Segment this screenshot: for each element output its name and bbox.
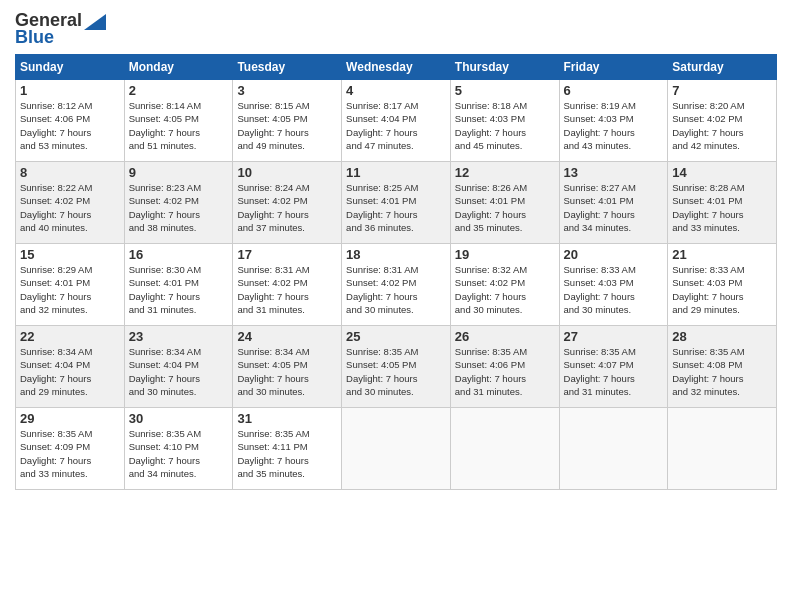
day-number: 23 — [129, 329, 229, 344]
day-number: 19 — [455, 247, 555, 262]
calendar-cell: 24Sunrise: 8:34 AMSunset: 4:05 PMDayligh… — [233, 326, 342, 408]
calendar-week-row: 1Sunrise: 8:12 AMSunset: 4:06 PMDaylight… — [16, 80, 777, 162]
calendar-cell: 29Sunrise: 8:35 AMSunset: 4:09 PMDayligh… — [16, 408, 125, 490]
day-number: 8 — [20, 165, 120, 180]
calendar-cell: 9Sunrise: 8:23 AMSunset: 4:02 PMDaylight… — [124, 162, 233, 244]
day-info: Sunrise: 8:34 AMSunset: 4:04 PMDaylight:… — [20, 345, 120, 398]
calendar-cell: 11Sunrise: 8:25 AMSunset: 4:01 PMDayligh… — [342, 162, 451, 244]
day-info: Sunrise: 8:28 AMSunset: 4:01 PMDaylight:… — [672, 181, 772, 234]
day-number: 9 — [129, 165, 229, 180]
day-info: Sunrise: 8:35 AMSunset: 4:07 PMDaylight:… — [564, 345, 664, 398]
calendar-cell — [559, 408, 668, 490]
day-number: 16 — [129, 247, 229, 262]
day-info: Sunrise: 8:35 AMSunset: 4:09 PMDaylight:… — [20, 427, 120, 480]
calendar-cell — [450, 408, 559, 490]
day-number: 6 — [564, 83, 664, 98]
weekday-header-tuesday: Tuesday — [233, 55, 342, 80]
day-info: Sunrise: 8:35 AMSunset: 4:06 PMDaylight:… — [455, 345, 555, 398]
day-number: 31 — [237, 411, 337, 426]
day-number: 30 — [129, 411, 229, 426]
day-number: 20 — [564, 247, 664, 262]
logo: General Blue — [15, 10, 106, 48]
calendar-cell: 16Sunrise: 8:30 AMSunset: 4:01 PMDayligh… — [124, 244, 233, 326]
day-info: Sunrise: 8:33 AMSunset: 4:03 PMDaylight:… — [564, 263, 664, 316]
header: General Blue — [15, 10, 777, 48]
calendar-cell: 15Sunrise: 8:29 AMSunset: 4:01 PMDayligh… — [16, 244, 125, 326]
day-number: 29 — [20, 411, 120, 426]
calendar-cell: 12Sunrise: 8:26 AMSunset: 4:01 PMDayligh… — [450, 162, 559, 244]
calendar-page: General Blue SundayMondayTuesdayWednesda… — [0, 0, 792, 612]
calendar-cell — [668, 408, 777, 490]
calendar-cell: 3Sunrise: 8:15 AMSunset: 4:05 PMDaylight… — [233, 80, 342, 162]
day-info: Sunrise: 8:34 AMSunset: 4:04 PMDaylight:… — [129, 345, 229, 398]
calendar-cell: 27Sunrise: 8:35 AMSunset: 4:07 PMDayligh… — [559, 326, 668, 408]
calendar-cell: 19Sunrise: 8:32 AMSunset: 4:02 PMDayligh… — [450, 244, 559, 326]
calendar-cell: 13Sunrise: 8:27 AMSunset: 4:01 PMDayligh… — [559, 162, 668, 244]
calendar-cell: 17Sunrise: 8:31 AMSunset: 4:02 PMDayligh… — [233, 244, 342, 326]
calendar-cell: 4Sunrise: 8:17 AMSunset: 4:04 PMDaylight… — [342, 80, 451, 162]
day-info: Sunrise: 8:33 AMSunset: 4:03 PMDaylight:… — [672, 263, 772, 316]
calendar-cell: 14Sunrise: 8:28 AMSunset: 4:01 PMDayligh… — [668, 162, 777, 244]
day-number: 28 — [672, 329, 772, 344]
day-number: 14 — [672, 165, 772, 180]
calendar-cell: 1Sunrise: 8:12 AMSunset: 4:06 PMDaylight… — [16, 80, 125, 162]
weekday-header-saturday: Saturday — [668, 55, 777, 80]
day-number: 12 — [455, 165, 555, 180]
day-number: 17 — [237, 247, 337, 262]
calendar-cell: 6Sunrise: 8:19 AMSunset: 4:03 PMDaylight… — [559, 80, 668, 162]
day-number: 26 — [455, 329, 555, 344]
day-info: Sunrise: 8:30 AMSunset: 4:01 PMDaylight:… — [129, 263, 229, 316]
day-number: 27 — [564, 329, 664, 344]
day-info: Sunrise: 8:29 AMSunset: 4:01 PMDaylight:… — [20, 263, 120, 316]
calendar-week-row: 15Sunrise: 8:29 AMSunset: 4:01 PMDayligh… — [16, 244, 777, 326]
day-info: Sunrise: 8:35 AMSunset: 4:05 PMDaylight:… — [346, 345, 446, 398]
day-number: 15 — [20, 247, 120, 262]
day-info: Sunrise: 8:24 AMSunset: 4:02 PMDaylight:… — [237, 181, 337, 234]
day-number: 5 — [455, 83, 555, 98]
day-number: 10 — [237, 165, 337, 180]
day-info: Sunrise: 8:31 AMSunset: 4:02 PMDaylight:… — [237, 263, 337, 316]
calendar-cell: 2Sunrise: 8:14 AMSunset: 4:05 PMDaylight… — [124, 80, 233, 162]
calendar-cell: 22Sunrise: 8:34 AMSunset: 4:04 PMDayligh… — [16, 326, 125, 408]
day-number: 7 — [672, 83, 772, 98]
day-info: Sunrise: 8:14 AMSunset: 4:05 PMDaylight:… — [129, 99, 229, 152]
day-info: Sunrise: 8:32 AMSunset: 4:02 PMDaylight:… — [455, 263, 555, 316]
day-number: 18 — [346, 247, 446, 262]
day-info: Sunrise: 8:27 AMSunset: 4:01 PMDaylight:… — [564, 181, 664, 234]
calendar-cell: 10Sunrise: 8:24 AMSunset: 4:02 PMDayligh… — [233, 162, 342, 244]
day-info: Sunrise: 8:12 AMSunset: 4:06 PMDaylight:… — [20, 99, 120, 152]
calendar-cell: 7Sunrise: 8:20 AMSunset: 4:02 PMDaylight… — [668, 80, 777, 162]
day-number: 1 — [20, 83, 120, 98]
calendar-cell: 26Sunrise: 8:35 AMSunset: 4:06 PMDayligh… — [450, 326, 559, 408]
day-info: Sunrise: 8:19 AMSunset: 4:03 PMDaylight:… — [564, 99, 664, 152]
day-info: Sunrise: 8:17 AMSunset: 4:04 PMDaylight:… — [346, 99, 446, 152]
calendar-cell: 28Sunrise: 8:35 AMSunset: 4:08 PMDayligh… — [668, 326, 777, 408]
calendar-cell: 25Sunrise: 8:35 AMSunset: 4:05 PMDayligh… — [342, 326, 451, 408]
calendar-cell: 23Sunrise: 8:34 AMSunset: 4:04 PMDayligh… — [124, 326, 233, 408]
calendar-cell — [342, 408, 451, 490]
day-info: Sunrise: 8:15 AMSunset: 4:05 PMDaylight:… — [237, 99, 337, 152]
calendar-week-row: 8Sunrise: 8:22 AMSunset: 4:02 PMDaylight… — [16, 162, 777, 244]
day-info: Sunrise: 8:23 AMSunset: 4:02 PMDaylight:… — [129, 181, 229, 234]
calendar-cell: 20Sunrise: 8:33 AMSunset: 4:03 PMDayligh… — [559, 244, 668, 326]
svg-marker-0 — [84, 14, 106, 30]
calendar-cell: 5Sunrise: 8:18 AMSunset: 4:03 PMDaylight… — [450, 80, 559, 162]
day-number: 3 — [237, 83, 337, 98]
day-number: 22 — [20, 329, 120, 344]
day-info: Sunrise: 8:18 AMSunset: 4:03 PMDaylight:… — [455, 99, 555, 152]
weekday-header-monday: Monday — [124, 55, 233, 80]
calendar-cell: 21Sunrise: 8:33 AMSunset: 4:03 PMDayligh… — [668, 244, 777, 326]
calendar-cell: 31Sunrise: 8:35 AMSunset: 4:11 PMDayligh… — [233, 408, 342, 490]
day-info: Sunrise: 8:22 AMSunset: 4:02 PMDaylight:… — [20, 181, 120, 234]
calendar-table: SundayMondayTuesdayWednesdayThursdayFrid… — [15, 54, 777, 490]
day-info: Sunrise: 8:35 AMSunset: 4:08 PMDaylight:… — [672, 345, 772, 398]
day-info: Sunrise: 8:34 AMSunset: 4:05 PMDaylight:… — [237, 345, 337, 398]
day-number: 11 — [346, 165, 446, 180]
day-info: Sunrise: 8:20 AMSunset: 4:02 PMDaylight:… — [672, 99, 772, 152]
day-number: 21 — [672, 247, 772, 262]
day-number: 24 — [237, 329, 337, 344]
weekday-header-thursday: Thursday — [450, 55, 559, 80]
day-number: 13 — [564, 165, 664, 180]
calendar-cell: 18Sunrise: 8:31 AMSunset: 4:02 PMDayligh… — [342, 244, 451, 326]
calendar-week-row: 29Sunrise: 8:35 AMSunset: 4:09 PMDayligh… — [16, 408, 777, 490]
